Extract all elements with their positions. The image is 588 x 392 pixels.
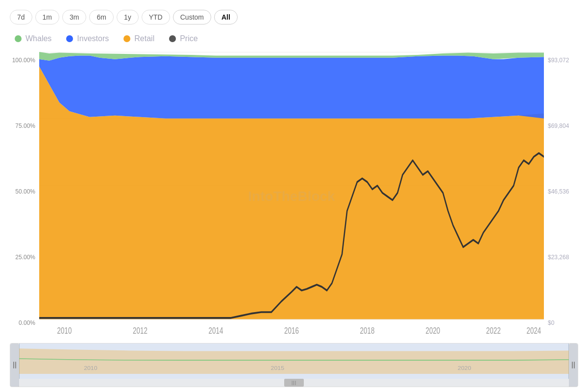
chart-legend: Whales Investors Retail Price — [10, 34, 578, 43]
svg-text:2024: 2024 — [527, 325, 541, 336]
svg-text:2022: 2022 — [486, 325, 501, 336]
y-axis-right: $93,072 $69,804 $46,536 $23,268 $0 — [544, 52, 578, 341]
price-dot — [169, 35, 176, 42]
handle-line — [572, 362, 573, 368]
svg-text:2016: 2016 — [284, 325, 299, 336]
y-left-4: 0.00% — [10, 319, 35, 326]
y-right-3: $23,268 — [548, 254, 578, 261]
btn-1y[interactable]: 1y — [117, 10, 139, 24]
y-left-2: 50.00% — [10, 188, 35, 195]
svg-text:2012: 2012 — [133, 325, 147, 336]
navigator-left-handle[interactable] — [10, 343, 19, 387]
chart-navigator[interactable]: 2010 2015 2020 ◄ ||| ► — [10, 343, 578, 387]
svg-text:2014: 2014 — [209, 325, 223, 336]
svg-text:2010: 2010 — [84, 365, 98, 371]
price-label: Price — [180, 34, 197, 43]
whales-dot — [15, 35, 22, 42]
handle-line — [13, 362, 14, 368]
y-left-1: 75.00% — [10, 122, 35, 129]
main-chart[interactable]: IntoTheBlock — [39, 52, 544, 341]
legend-whales[interactable]: Whales — [15, 34, 51, 43]
svg-text:2010: 2010 — [57, 325, 72, 336]
y-right-2: $46,536 — [548, 188, 578, 195]
investors-dot — [66, 35, 73, 42]
btn-3m[interactable]: 3m — [62, 10, 86, 24]
handle-line — [574, 362, 575, 368]
investors-label: Investors — [77, 34, 109, 43]
svg-text:2015: 2015 — [271, 365, 285, 371]
svg-text:2018: 2018 — [360, 325, 375, 336]
btn-1m[interactable]: 1m — [35, 10, 59, 24]
svg-text:2020: 2020 — [426, 325, 441, 336]
retail-label: Retail — [134, 34, 154, 43]
scroll-track[interactable]: ||| — [19, 379, 569, 387]
chart-area: 100.00% 75.00% 50.00% 25.00% 0.00% IntoT… — [10, 52, 578, 341]
handle-lines-left — [13, 362, 16, 368]
handle-lines-right — [572, 362, 575, 368]
legend-price[interactable]: Price — [169, 34, 197, 43]
btn-ytd[interactable]: YTD — [142, 10, 170, 24]
whales-label: Whales — [25, 34, 51, 43]
btn-custom[interactable]: Custom — [173, 10, 211, 24]
scroll-thumb[interactable]: ||| — [284, 379, 304, 387]
scrollbar: ◄ ||| ► — [10, 379, 578, 387]
btn-all[interactable]: All — [214, 10, 238, 24]
y-right-1: $69,804 — [548, 122, 578, 129]
y-left-3: 25.00% — [10, 254, 35, 261]
handle-line — [15, 362, 16, 368]
btn-7d[interactable]: 7d — [10, 10, 32, 24]
y-left-0: 100.00% — [10, 57, 35, 64]
navigator-right-handle[interactable] — [569, 343, 578, 387]
legend-retail[interactable]: Retail — [123, 34, 154, 43]
y-axis-left: 100.00% 75.00% 50.00% 25.00% 0.00% — [10, 52, 39, 341]
y-right-4: $0 — [548, 319, 578, 326]
time-range-selector: 7d 1m 3m 6m 1y YTD Custom All — [10, 10, 578, 24]
svg-text:2020: 2020 — [458, 365, 471, 371]
y-right-0: $93,072 — [548, 57, 578, 64]
btn-6m[interactable]: 6m — [89, 10, 113, 24]
retail-dot — [123, 35, 130, 42]
legend-investors[interactable]: Investors — [66, 34, 109, 43]
